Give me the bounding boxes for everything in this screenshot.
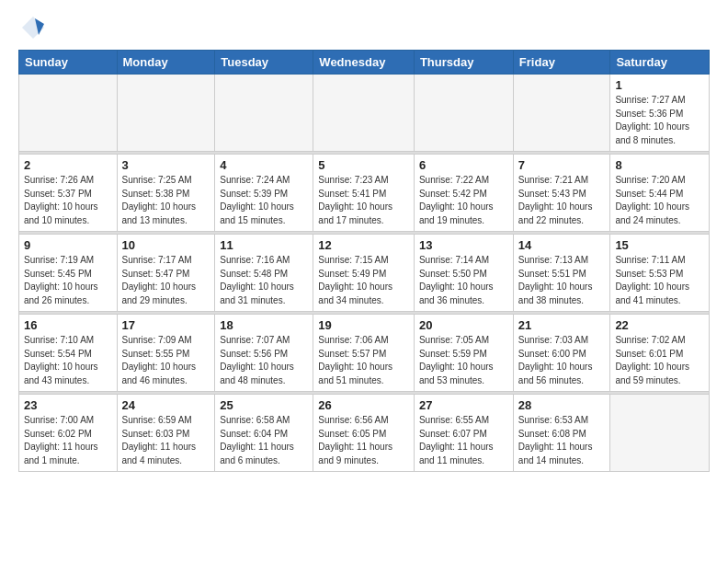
calendar-cell: 20Sunrise: 7:05 AM Sunset: 5:59 PM Dayli… [414, 315, 513, 392]
calendar-cell: 8Sunrise: 7:20 AM Sunset: 5:44 PM Daylig… [610, 155, 710, 232]
day-info: Sunrise: 7:25 AM Sunset: 5:38 PM Dayligh… [122, 174, 210, 227]
day-number: 9 [24, 238, 112, 252]
calendar-cell: 22Sunrise: 7:02 AM Sunset: 6:01 PM Dayli… [610, 315, 710, 392]
day-info: Sunrise: 7:05 AM Sunset: 5:59 PM Dayligh… [419, 334, 508, 387]
calendar-cell: 15Sunrise: 7:11 AM Sunset: 5:53 PM Dayli… [610, 235, 710, 312]
page: SundayMondayTuesdayWednesdayThursdayFrid… [0, 0, 728, 481]
calendar-cell: 11Sunrise: 7:16 AM Sunset: 5:48 PM Dayli… [215, 235, 313, 312]
day-info: Sunrise: 7:10 AM Sunset: 5:54 PM Dayligh… [24, 334, 112, 387]
day-number: 23 [24, 398, 112, 412]
day-info: Sunrise: 7:16 AM Sunset: 5:48 PM Dayligh… [220, 254, 308, 307]
day-info: Sunrise: 6:53 AM Sunset: 6:08 PM Dayligh… [518, 414, 606, 467]
day-number: 7 [518, 158, 606, 172]
col-header-thursday: Thursday [414, 51, 513, 75]
calendar-cell: 28Sunrise: 6:53 AM Sunset: 6:08 PM Dayli… [513, 395, 610, 472]
day-number: 17 [122, 318, 210, 332]
day-number: 11 [220, 238, 308, 252]
day-number: 16 [24, 318, 112, 332]
calendar-cell: 26Sunrise: 6:56 AM Sunset: 6:05 PM Dayli… [313, 395, 415, 472]
day-number: 14 [518, 238, 606, 252]
day-number: 25 [220, 398, 308, 412]
calendar-week-3: 9Sunrise: 7:19 AM Sunset: 5:45 PM Daylig… [19, 235, 710, 312]
day-info: Sunrise: 7:24 AM Sunset: 5:39 PM Dayligh… [220, 174, 308, 227]
col-header-tuesday: Tuesday [215, 51, 313, 75]
calendar-header-row: SundayMondayTuesdayWednesdayThursdayFrid… [19, 51, 710, 75]
calendar-cell: 27Sunrise: 6:55 AM Sunset: 6:07 PM Dayli… [414, 395, 513, 472]
day-info: Sunrise: 7:06 AM Sunset: 5:57 PM Dayligh… [318, 334, 409, 387]
day-info: Sunrise: 7:17 AM Sunset: 5:47 PM Dayligh… [122, 254, 210, 307]
day-number: 15 [615, 238, 704, 252]
calendar-cell [313, 75, 415, 152]
col-header-wednesday: Wednesday [313, 51, 415, 75]
day-number: 1 [615, 78, 704, 92]
header [18, 15, 710, 40]
col-header-monday: Monday [117, 51, 215, 75]
day-info: Sunrise: 6:59 AM Sunset: 6:03 PM Dayligh… [122, 414, 210, 467]
day-number: 2 [24, 158, 112, 172]
day-info: Sunrise: 6:55 AM Sunset: 6:07 PM Dayligh… [419, 414, 508, 467]
calendar-cell [414, 75, 513, 152]
day-info: Sunrise: 7:21 AM Sunset: 5:43 PM Dayligh… [518, 174, 606, 227]
calendar-table: SundayMondayTuesdayWednesdayThursdayFrid… [18, 50, 710, 472]
day-number: 21 [518, 318, 606, 332]
day-number: 18 [220, 318, 308, 332]
day-info: Sunrise: 6:58 AM Sunset: 6:04 PM Dayligh… [220, 414, 308, 467]
calendar-cell: 4Sunrise: 7:24 AM Sunset: 5:39 PM Daylig… [215, 155, 313, 232]
day-number: 26 [318, 398, 409, 412]
day-info: Sunrise: 6:56 AM Sunset: 6:05 PM Dayligh… [318, 414, 409, 467]
calendar-cell [215, 75, 313, 152]
calendar-week-4: 16Sunrise: 7:10 AM Sunset: 5:54 PM Dayli… [19, 315, 710, 392]
day-number: 5 [318, 158, 409, 172]
calendar-cell: 3Sunrise: 7:25 AM Sunset: 5:38 PM Daylig… [117, 155, 215, 232]
day-info: Sunrise: 7:07 AM Sunset: 5:56 PM Dayligh… [220, 334, 308, 387]
day-info: Sunrise: 7:02 AM Sunset: 6:01 PM Dayligh… [615, 334, 704, 387]
calendar-cell [610, 395, 710, 472]
calendar-cell: 10Sunrise: 7:17 AM Sunset: 5:47 PM Dayli… [117, 235, 215, 312]
calendar-cell: 25Sunrise: 6:58 AM Sunset: 6:04 PM Dayli… [215, 395, 313, 472]
day-info: Sunrise: 7:27 AM Sunset: 5:36 PM Dayligh… [615, 94, 704, 147]
calendar-cell: 9Sunrise: 7:19 AM Sunset: 5:45 PM Daylig… [19, 235, 118, 312]
day-number: 4 [220, 158, 308, 172]
calendar-cell: 23Sunrise: 7:00 AM Sunset: 6:02 PM Dayli… [19, 395, 118, 472]
calendar-cell: 1Sunrise: 7:27 AM Sunset: 5:36 PM Daylig… [610, 75, 710, 152]
day-info: Sunrise: 7:22 AM Sunset: 5:42 PM Dayligh… [419, 174, 508, 227]
logo-icon [20, 15, 46, 40]
calendar-cell: 14Sunrise: 7:13 AM Sunset: 5:51 PM Dayli… [513, 235, 610, 312]
calendar-cell: 13Sunrise: 7:14 AM Sunset: 5:50 PM Dayli… [414, 235, 513, 312]
day-info: Sunrise: 7:26 AM Sunset: 5:37 PM Dayligh… [24, 174, 112, 227]
calendar-cell: 19Sunrise: 7:06 AM Sunset: 5:57 PM Dayli… [313, 315, 415, 392]
day-info: Sunrise: 7:20 AM Sunset: 5:44 PM Dayligh… [615, 174, 704, 227]
col-header-sunday: Sunday [19, 51, 118, 75]
day-info: Sunrise: 7:13 AM Sunset: 5:51 PM Dayligh… [518, 254, 606, 307]
day-info: Sunrise: 7:03 AM Sunset: 6:00 PM Dayligh… [518, 334, 606, 387]
day-number: 19 [318, 318, 409, 332]
calendar-week-2: 2Sunrise: 7:26 AM Sunset: 5:37 PM Daylig… [19, 155, 710, 232]
day-number: 3 [122, 158, 210, 172]
day-info: Sunrise: 7:14 AM Sunset: 5:50 PM Dayligh… [419, 254, 508, 307]
calendar-cell: 21Sunrise: 7:03 AM Sunset: 6:00 PM Dayli… [513, 315, 610, 392]
day-number: 20 [419, 318, 508, 332]
day-number: 8 [615, 158, 704, 172]
calendar-cell: 2Sunrise: 7:26 AM Sunset: 5:37 PM Daylig… [19, 155, 118, 232]
logo [18, 15, 46, 40]
day-number: 10 [122, 238, 210, 252]
day-number: 27 [419, 398, 508, 412]
calendar-cell [117, 75, 215, 152]
calendar-cell: 16Sunrise: 7:10 AM Sunset: 5:54 PM Dayli… [19, 315, 118, 392]
day-number: 12 [318, 238, 409, 252]
day-number: 28 [518, 398, 606, 412]
day-info: Sunrise: 7:19 AM Sunset: 5:45 PM Dayligh… [24, 254, 112, 307]
day-number: 13 [419, 238, 508, 252]
calendar-cell: 17Sunrise: 7:09 AM Sunset: 5:55 PM Dayli… [117, 315, 215, 392]
day-number: 22 [615, 318, 704, 332]
calendar-week-5: 23Sunrise: 7:00 AM Sunset: 6:02 PM Dayli… [19, 395, 710, 472]
day-info: Sunrise: 7:09 AM Sunset: 5:55 PM Dayligh… [122, 334, 210, 387]
calendar-cell: 5Sunrise: 7:23 AM Sunset: 5:41 PM Daylig… [313, 155, 415, 232]
calendar-week-1: 1Sunrise: 7:27 AM Sunset: 5:36 PM Daylig… [19, 75, 710, 152]
col-header-friday: Friday [513, 51, 610, 75]
day-number: 24 [122, 398, 210, 412]
day-number: 6 [419, 158, 508, 172]
calendar-cell: 18Sunrise: 7:07 AM Sunset: 5:56 PM Dayli… [215, 315, 313, 392]
day-info: Sunrise: 7:15 AM Sunset: 5:49 PM Dayligh… [318, 254, 409, 307]
calendar-cell [19, 75, 118, 152]
